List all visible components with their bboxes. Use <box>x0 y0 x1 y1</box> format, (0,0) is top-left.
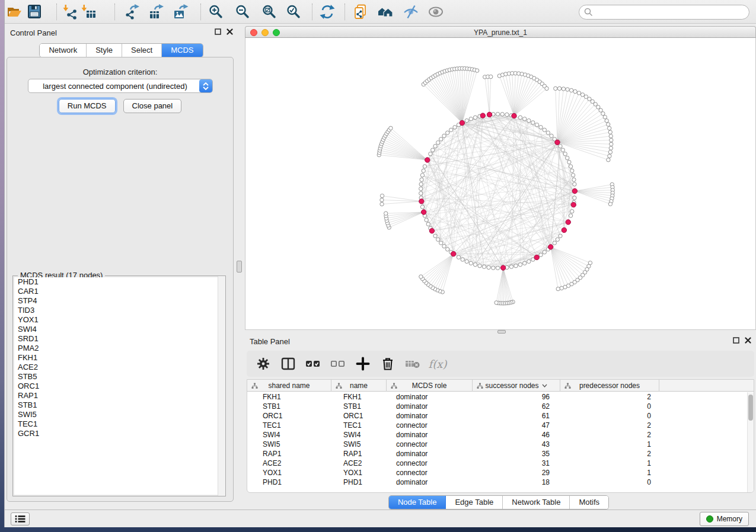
graph-ring-node[interactable] <box>433 145 437 148</box>
table-cell[interactable]: STB1 <box>247 402 331 411</box>
share-document-icon[interactable] <box>352 2 369 21</box>
mcds-result-item[interactable]: PMA2 <box>14 344 224 353</box>
table-cell[interactable]: PHD1 <box>247 477 331 487</box>
zoom-out-icon[interactable] <box>234 2 251 21</box>
graph-ring-node[interactable] <box>546 131 550 134</box>
graph-ring-node[interactable] <box>426 222 430 226</box>
float-panel-icon[interactable] <box>733 337 739 344</box>
table-row[interactable]: RAP1RAP1dominator352 <box>247 449 754 459</box>
graph-ring-node[interactable] <box>550 134 553 137</box>
graph-ring-node[interactable] <box>572 178 576 181</box>
close-panel-button[interactable]: Close panel <box>123 99 182 113</box>
graph-ring-node[interactable] <box>553 241 556 245</box>
graph-mcds-hub-node[interactable] <box>572 188 577 193</box>
export-table-icon[interactable] <box>148 2 165 21</box>
graph-ring-node[interactable] <box>567 160 571 164</box>
table-cell[interactable]: dominator <box>387 392 473 402</box>
graph-leaf-node[interactable] <box>566 88 569 91</box>
graph-ring-node[interactable] <box>469 117 473 121</box>
graph-ring-node[interactable] <box>436 238 440 241</box>
graph-ring-node[interactable] <box>420 178 423 181</box>
graph-leaf-node[interactable] <box>384 211 388 215</box>
graph-leaf-node[interactable] <box>562 87 565 91</box>
graph-ring-node[interactable] <box>446 131 449 134</box>
graph-leaf-node[interactable] <box>545 86 548 90</box>
mcds-result-item[interactable]: FKH1 <box>14 353 224 363</box>
table-cell[interactable]: 1 <box>560 440 659 449</box>
function-builder-icon[interactable]: f(x) <box>429 355 446 372</box>
graph-ring-node[interactable] <box>527 259 531 263</box>
graph-mcds-hub-node[interactable] <box>421 210 426 214</box>
graph-ring-node[interactable] <box>496 266 499 270</box>
table-row[interactable]: SWI5SWI5connector431 <box>247 440 754 449</box>
table-cell[interactable]: 46 <box>473 430 560 440</box>
graph-ring-node[interactable] <box>465 118 468 122</box>
network-titlebar[interactable]: YPA_prune.txt_1 <box>245 26 756 38</box>
column-header-name[interactable]: name <box>331 380 387 392</box>
graph-leaf-node[interactable] <box>601 112 605 116</box>
table-cell[interactable]: 61 <box>473 411 560 421</box>
graph-leaf-node[interactable] <box>610 138 613 142</box>
mcds-result-item[interactable]: STB1 <box>14 400 224 410</box>
graph-ring-node[interactable] <box>492 266 495 270</box>
graph-ring-node[interactable] <box>482 265 486 268</box>
graph-ring-node[interactable] <box>419 182 423 186</box>
close-panel-icon[interactable] <box>227 28 233 35</box>
table-cell[interactable]: YOX1 <box>331 468 387 477</box>
mcds-result-item[interactable]: YOX1 <box>14 315 224 325</box>
graph-mcds-hub-node[interactable] <box>429 229 434 233</box>
mcds-result-item[interactable]: SWI5 <box>14 410 224 419</box>
graph-ring-node[interactable] <box>571 174 575 177</box>
float-panel-icon[interactable] <box>215 28 221 35</box>
graph-ring-node[interactable] <box>500 113 504 116</box>
graph-leaf-node[interactable] <box>389 126 393 130</box>
graph-leaf-node[interactable] <box>608 150 612 154</box>
table-cell[interactable]: 0 <box>560 477 659 487</box>
graph-leaf-node[interactable] <box>554 86 557 90</box>
table-cell[interactable]: FKH1 <box>247 392 331 402</box>
graph-leaf-node[interactable] <box>610 142 613 146</box>
graph-ring-node[interactable] <box>473 116 477 119</box>
tab-select[interactable]: Select <box>122 44 162 57</box>
tab-style[interactable]: Style <box>87 44 122 57</box>
network-graph[interactable] <box>245 38 755 329</box>
search-input[interactable] <box>593 8 749 17</box>
graph-leaf-node[interactable] <box>475 69 479 72</box>
table-cell[interactable]: YOX1 <box>247 468 331 477</box>
refresh-icon[interactable] <box>318 2 336 21</box>
graph-leaf-node[interactable] <box>603 115 607 118</box>
graph-mcds-hub-node[interactable] <box>555 140 560 145</box>
table-cell[interactable]: 0 <box>560 402 659 411</box>
graph-ring-node[interactable] <box>496 112 499 116</box>
graph-leaf-node[interactable] <box>560 286 563 290</box>
table-row[interactable]: YOX1YOX1connector291 <box>247 468 754 477</box>
table-row[interactable]: ACE2ACE2connector311 <box>247 459 754 468</box>
table-options-icon[interactable] <box>255 355 272 372</box>
graph-ring-node[interactable] <box>523 117 527 121</box>
mcds-result-item[interactable]: STP4 <box>14 296 224 306</box>
table-row[interactable]: TEC1TEC1connector472 <box>247 421 754 430</box>
graph-ring-node[interactable] <box>527 118 531 122</box>
graph-ring-node[interactable] <box>425 218 428 222</box>
graph-ring-node[interactable] <box>439 137 443 141</box>
graph-leaf-node[interactable] <box>609 134 613 138</box>
table-cell[interactable]: 1 <box>560 468 659 477</box>
graph-leaf-node[interactable] <box>606 123 610 126</box>
table-cell[interactable]: 2 <box>560 392 659 402</box>
graph-leaf-node[interactable] <box>608 130 612 134</box>
graph-mcds-hub-node[interactable] <box>571 202 576 207</box>
graph-leaf-node[interactable] <box>569 88 573 92</box>
graph-ring-node[interactable] <box>569 214 572 217</box>
delete-icon[interactable] <box>379 355 396 372</box>
hide-graphics-details-icon[interactable] <box>402 2 420 21</box>
tab-motifs[interactable]: Motifs <box>570 496 608 509</box>
column-header-successor-nodes[interactable]: successor nodes <box>473 380 560 392</box>
graph-mcds-hub-node[interactable] <box>487 112 492 117</box>
table-row[interactable]: SWI4SWI4dominator462 <box>247 430 754 440</box>
table-row[interactable]: FKH1FKH1dominator962 <box>247 392 754 402</box>
graph-ring-node[interactable] <box>423 165 426 168</box>
table-scrollbar[interactable] <box>747 392 754 492</box>
mcds-result-item[interactable]: SWI4 <box>14 325 224 334</box>
mcds-result-item[interactable]: ACE2 <box>14 363 224 372</box>
mcds-result-scrollbar[interactable] <box>218 276 225 496</box>
